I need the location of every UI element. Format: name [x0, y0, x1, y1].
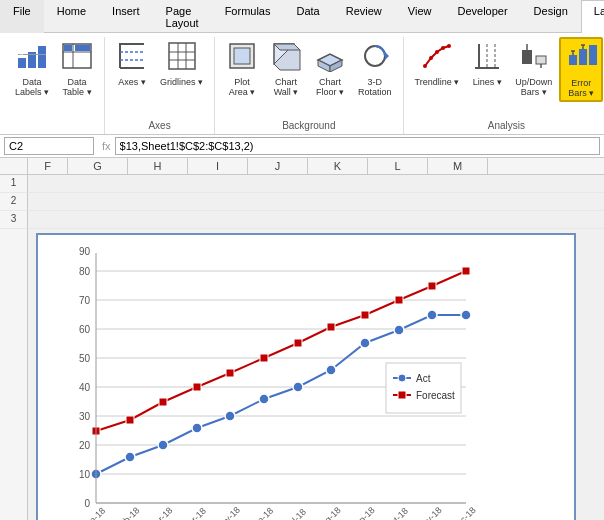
tab-formulas[interactable]: Formulas — [212, 0, 284, 33]
tab-review[interactable]: Review — [333, 0, 395, 33]
svg-rect-18 — [234, 48, 250, 64]
name-box[interactable] — [4, 137, 94, 155]
data-table-label: DataTable ▾ — [63, 77, 92, 97]
group-label-empty — [10, 129, 98, 134]
data-table-icon — [61, 40, 93, 77]
tab-data[interactable]: Data — [283, 0, 332, 33]
column-headers: F G H I J K L M — [0, 158, 604, 175]
forecast-point-10 — [428, 282, 436, 290]
legend-act-dot — [398, 374, 406, 382]
tab-file[interactable]: File — [0, 0, 44, 33]
svg-point-31 — [447, 44, 451, 48]
up-down-bars-button[interactable]: Up/DownBars ▾ — [510, 37, 557, 100]
gridlines-button[interactable]: Gridlines ▾ — [155, 37, 208, 90]
row-num-header — [0, 158, 28, 174]
3d-rotation-label: 3-DRotation — [358, 77, 392, 97]
act-point-10 — [427, 310, 437, 320]
trendline-button[interactable]: Trendline ▾ — [410, 37, 465, 90]
ribbon-content: a DataLabels ▾ DataTable ▾ — [0, 33, 604, 134]
ribbon-group-background: PlotArea ▾ ChartWall ▾ ChartFloor ▾ — [215, 37, 404, 134]
row-2: 2 — [0, 193, 28, 211]
col-k-header: K — [308, 158, 368, 174]
forecast-point-2 — [159, 398, 167, 406]
empty-row-2 — [28, 193, 604, 211]
tab-view[interactable]: View — [395, 0, 445, 33]
svg-rect-0 — [18, 58, 26, 68]
svg-text:50: 50 — [79, 353, 91, 364]
forecast-point-8 — [361, 311, 369, 319]
chart-svg: 0 10 20 30 40 50 60 70 80 90 Jan-18 Feb-… — [46, 243, 506, 520]
svg-rect-42 — [589, 45, 597, 65]
svg-text:10: 10 — [79, 469, 91, 480]
lines-button[interactable]: Lines ▾ — [466, 37, 508, 90]
svg-text:90: 90 — [79, 246, 91, 257]
act-point-5 — [259, 394, 269, 404]
group-label-analysis: Analysis — [410, 118, 604, 134]
act-point-1 — [125, 452, 135, 462]
up-down-bars-label: Up/DownBars ▾ — [515, 77, 552, 97]
formula-input[interactable] — [115, 137, 600, 155]
tab-insert[interactable]: Insert — [99, 0, 153, 33]
svg-text:0: 0 — [84, 498, 90, 509]
chart-floor-button[interactable]: ChartFloor ▾ — [309, 37, 351, 100]
formula-bar: fx — [0, 135, 604, 158]
chart-wall-icon — [270, 40, 302, 77]
tab-home[interactable]: Home — [44, 0, 99, 33]
up-down-bars-icon — [518, 40, 550, 77]
lines-label: Lines ▾ — [473, 77, 502, 87]
svg-text:70: 70 — [79, 295, 91, 306]
col-f-header: F — [28, 158, 68, 174]
svg-rect-37 — [536, 56, 546, 64]
ribbon-group-analysis-items: Trendline ▾ Lines ▾ Up/DownBars ▾ — [410, 37, 604, 118]
chart-wall-button[interactable]: ChartWall ▾ — [265, 37, 307, 100]
ribbon-tab-bar: File Home Insert Page Layout Formulas Da… — [0, 0, 604, 33]
forecast-point-3 — [193, 383, 201, 391]
svg-point-28 — [429, 56, 433, 60]
svg-marker-26 — [385, 52, 389, 60]
col-l-header: L — [368, 158, 428, 174]
axes-label: Axes ▾ — [118, 77, 146, 87]
forecast-point-7 — [327, 323, 335, 331]
plot-area-icon — [226, 40, 258, 77]
data-labels-icon: a — [16, 40, 48, 77]
svg-point-30 — [441, 46, 445, 50]
svg-text:60: 60 — [79, 324, 91, 335]
svg-rect-2 — [38, 46, 46, 68]
gridlines-label: Gridlines ▾ — [160, 77, 203, 87]
col-m-header: M — [428, 158, 488, 174]
3d-rotation-button[interactable]: 3-DRotation — [353, 37, 397, 100]
act-point-2 — [158, 440, 168, 450]
col-h-header: H — [128, 158, 188, 174]
tab-layout[interactable]: Layout — [581, 0, 604, 33]
error-bars-button[interactable]: ErrorBars ▾ — [559, 37, 603, 102]
gridlines-icon — [166, 40, 198, 77]
col-i-header: I — [188, 158, 248, 174]
forecast-point-1 — [126, 416, 134, 424]
act-point-11 — [461, 310, 471, 320]
chart-wall-label: ChartWall ▾ — [274, 77, 299, 97]
tab-developer[interactable]: Developer — [444, 0, 520, 33]
legend-box — [386, 363, 461, 413]
act-point-3 — [192, 423, 202, 433]
forecast-point-11 — [462, 267, 470, 275]
svg-text:80: 80 — [79, 266, 91, 277]
group-label-axes: Axes — [111, 118, 208, 134]
legend-forecast-label: Forecast — [416, 390, 455, 401]
ribbon-group-data-items: a DataLabels ▾ DataTable ▾ — [10, 37, 98, 129]
chart-wrapper[interactable]: 0 10 20 30 40 50 60 70 80 90 Jan-18 Feb-… — [36, 233, 576, 520]
data-labels-button[interactable]: a DataLabels ▾ — [10, 37, 54, 100]
formula-divider: fx — [102, 140, 111, 152]
legend-forecast-dot — [398, 391, 406, 399]
axes-button[interactable]: Axes ▾ — [111, 37, 153, 90]
plot-area-button[interactable]: PlotArea ▾ — [221, 37, 263, 100]
legend-act-label: Act — [416, 373, 431, 384]
axes-icon — [116, 40, 148, 77]
svg-rect-8 — [64, 45, 72, 51]
row-3: 3 — [0, 211, 28, 229]
data-table-button[interactable]: DataTable ▾ — [56, 37, 98, 100]
svg-text:40: 40 — [79, 382, 91, 393]
tab-page-layout[interactable]: Page Layout — [153, 0, 212, 33]
empty-row-3 — [28, 211, 604, 229]
trendline-label: Trendline ▾ — [415, 77, 460, 87]
tab-design[interactable]: Design — [521, 0, 581, 33]
